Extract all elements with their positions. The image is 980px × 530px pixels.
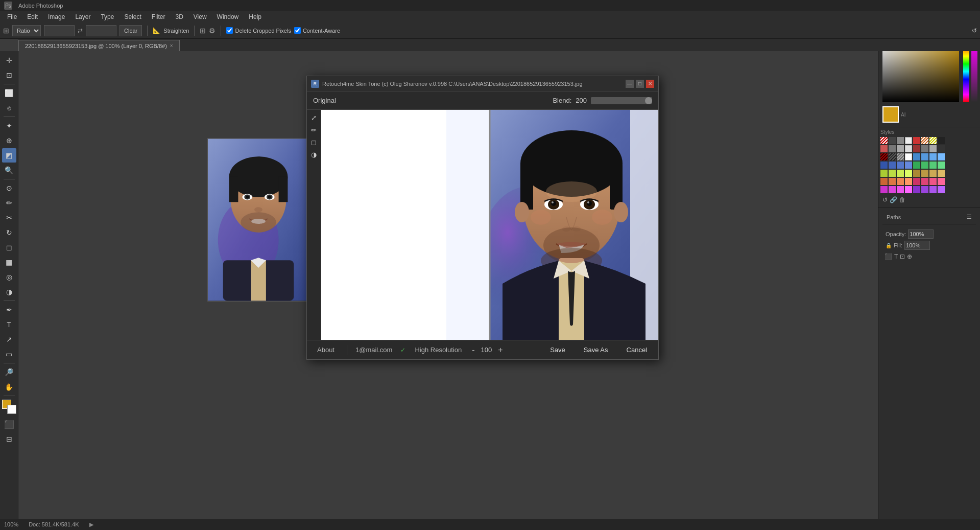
swatch-r7-4[interactable] xyxy=(905,186,912,193)
swatch-r3-5[interactable] xyxy=(913,153,920,160)
about-button[interactable]: About xyxy=(313,344,339,356)
swatch-r6-2[interactable] xyxy=(889,178,896,185)
hand-tool[interactable]: ✋ xyxy=(2,380,16,394)
save-as-button[interactable]: Save As xyxy=(579,344,613,356)
swatch-r6-1[interactable] xyxy=(880,178,888,185)
swatch-r4-4[interactable] xyxy=(905,162,912,169)
swatch-dark2[interactable] xyxy=(938,137,945,144)
swatch-r7-3[interactable] xyxy=(897,186,904,193)
brush-tool[interactable]: ✏ xyxy=(2,196,16,210)
swatch-r3-8[interactable] xyxy=(938,153,945,160)
swatch-r5-8[interactable] xyxy=(938,170,945,177)
color-swatch-large[interactable] xyxy=(882,106,899,123)
swatch-r5-2[interactable] xyxy=(889,170,896,177)
swatch-r3-2[interactable] xyxy=(889,153,896,160)
menu-type[interactable]: Type xyxy=(95,12,119,21)
swatch-r2-3[interactable] xyxy=(897,145,904,152)
swatch-r4-5[interactable] xyxy=(913,162,920,169)
swatch-r4-2[interactable] xyxy=(889,162,896,169)
swatch-r4-1[interactable] xyxy=(880,162,888,169)
move-tool[interactable]: ✛ xyxy=(2,53,16,67)
menu-edit[interactable]: Edit xyxy=(22,12,43,21)
plugin-close-btn[interactable]: ✕ xyxy=(646,80,654,88)
crop-active[interactable]: ◩ xyxy=(2,148,16,163)
swatch-red[interactable] xyxy=(913,137,920,144)
swatch-r2-1[interactable] xyxy=(880,145,888,152)
content-aware-check[interactable]: Content-Aware xyxy=(294,27,340,34)
swatch-r5-5[interactable] xyxy=(913,170,920,177)
crop-tool[interactable]: ⊕ xyxy=(2,133,16,148)
swatch-r2-8[interactable] xyxy=(938,145,945,152)
quick-mask-tool[interactable]: ⬛ xyxy=(2,417,16,431)
swatch-r6-4[interactable] xyxy=(905,178,912,185)
styles-link-btn[interactable]: 🔗 xyxy=(890,196,897,203)
swatch-r5-6[interactable] xyxy=(921,170,928,177)
opacity-input[interactable] xyxy=(908,229,934,239)
menu-file[interactable]: File xyxy=(2,12,22,21)
eyedropper-tool[interactable]: 🔍 xyxy=(2,163,16,177)
height-input[interactable] xyxy=(86,25,116,36)
paths-menu-icon[interactable]: ☰ xyxy=(967,214,972,220)
swap-icon[interactable]: ⇄ xyxy=(78,27,83,34)
type-tool[interactable]: T xyxy=(2,317,16,332)
zoom-plus-btn[interactable]: + xyxy=(496,345,505,355)
swatch-grey[interactable] xyxy=(897,137,904,144)
swatch-r4-7[interactable] xyxy=(929,162,937,169)
clone-tool[interactable]: ✂ xyxy=(2,211,16,225)
swatch-r4-8[interactable] xyxy=(938,162,945,169)
plugin-eraser-btn[interactable]: ◻ xyxy=(308,136,320,148)
swatch-r7-7[interactable] xyxy=(929,186,937,193)
swatch-r5-4[interactable] xyxy=(905,170,912,177)
styles-trash-btn[interactable]: 🗑 xyxy=(899,196,905,203)
eraser-tool[interactable]: ◻ xyxy=(2,240,16,255)
gradient-tool[interactable]: ▦ xyxy=(2,255,16,269)
swatch-yellow-diag[interactable] xyxy=(929,137,937,144)
swatch-r2-7[interactable] xyxy=(929,145,937,152)
swatch-r3-1[interactable] xyxy=(880,153,888,160)
swatch-r2-6[interactable] xyxy=(921,145,928,152)
swatch-r4-3[interactable] xyxy=(897,162,904,169)
menu-select[interactable]: Select xyxy=(119,12,146,21)
cancel-button[interactable]: Cancel xyxy=(622,344,652,356)
quick-select-tool[interactable]: ✦ xyxy=(2,119,16,133)
swatch-r6-5[interactable] xyxy=(913,178,920,185)
ratio-select[interactable]: Ratio xyxy=(12,25,41,36)
swatch-r5-3[interactable] xyxy=(897,170,904,177)
swatch-dark-check[interactable] xyxy=(889,137,896,144)
swatch-r2-4[interactable] xyxy=(905,145,912,152)
swatch-r5-1[interactable] xyxy=(880,170,888,177)
swatch-orange-diag[interactable] xyxy=(921,137,928,144)
menu-layer[interactable]: Layer xyxy=(70,12,95,21)
pen-tool[interactable]: ✒ xyxy=(2,303,16,317)
swatch-r6-7[interactable] xyxy=(929,178,937,185)
healing-tool[interactable]: ⊙ xyxy=(2,181,16,195)
swatch-white[interactable] xyxy=(905,137,912,144)
shape-tool[interactable]: ▭ xyxy=(2,347,16,361)
swatch-r2-2[interactable] xyxy=(889,145,896,152)
path-select-tool[interactable]: ↗ xyxy=(2,332,16,347)
swatch-r7-2[interactable] xyxy=(889,186,896,193)
history-tool[interactable]: ↻ xyxy=(2,225,16,240)
swatch-r7-8[interactable] xyxy=(938,186,945,193)
swatch-r7-6[interactable] xyxy=(921,186,928,193)
plugin-contrast-btn[interactable]: ◑ xyxy=(308,149,320,160)
plugin-fullscreen-btn[interactable]: ⤢ xyxy=(308,112,320,123)
swatch-r7-1[interactable] xyxy=(880,186,888,193)
swatch-r3-7[interactable] xyxy=(929,153,937,160)
swatch-r3-4[interactable] xyxy=(905,153,912,160)
nav-arrow[interactable]: ▶ xyxy=(89,521,93,528)
tab-close-button[interactable]: × xyxy=(170,43,173,49)
marquee-tool[interactable]: ⬜ xyxy=(2,86,16,100)
plugin-brush-btn[interactable]: ✏ xyxy=(308,124,320,135)
image-divider[interactable] xyxy=(489,110,491,340)
document-tab[interactable]: 2201865291365592​3153.jpg @ 100% (Layer … xyxy=(18,40,180,51)
screen-mode[interactable]: ⊟ xyxy=(2,432,16,446)
swatch-r5-7[interactable] xyxy=(929,170,937,177)
fill-input[interactable] xyxy=(904,241,930,250)
plugin-restore-btn[interactable]: □ xyxy=(636,80,644,88)
zoom-minus-btn[interactable]: - xyxy=(470,345,476,355)
dodge-tool[interactable]: ◑ xyxy=(2,285,16,299)
width-input[interactable] xyxy=(44,25,75,36)
menu-view[interactable]: View xyxy=(188,12,212,21)
swatch-r7-5[interactable] xyxy=(913,186,920,193)
